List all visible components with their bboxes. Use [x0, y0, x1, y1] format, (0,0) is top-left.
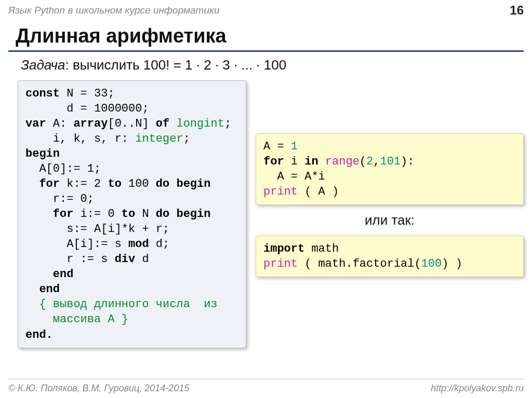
- slide-title: Длинная арифметика: [16, 25, 524, 48]
- code-token: 100: [122, 177, 156, 190]
- footer-authors: © К.Ю. Поляков, В.М. Гуровиц, 2014-2015: [8, 383, 189, 394]
- code-token: end: [25, 283, 60, 296]
- right-column: A = 1 for i in range(2,101): A = A*i pri…: [256, 80, 524, 277]
- code-token: 1: [291, 140, 298, 153]
- title-underline: [8, 50, 524, 52]
- python-code-box-2: import math print ( math.factorial(100) …: [256, 236, 524, 277]
- code-comment: { вывод длинного числа из: [25, 298, 218, 311]
- task-line: Задача: вычислить 100! = 1 · 2 · 3 · ...…: [21, 57, 524, 73]
- code-token: r:= 0;: [25, 193, 94, 205]
- code-token: array: [73, 117, 108, 130]
- code-token: var: [25, 117, 46, 130]
- code-token: do begin: [156, 177, 211, 190]
- slide-header: Язык Python в школьном курсе информатики…: [0, 0, 532, 21]
- code-token: i: [284, 155, 305, 168]
- code-token: A = A*i: [263, 170, 325, 183]
- code-token: A[0]:= 1;: [25, 162, 101, 175]
- code-token: end.: [25, 328, 53, 341]
- code-token: ( A ): [298, 185, 339, 198]
- header-subject: Язык Python в школьном курсе информатики: [8, 5, 220, 16]
- code-token: ( math.factorial(: [298, 257, 421, 270]
- code-token: for: [39, 177, 60, 190]
- or-label: или так:: [256, 212, 524, 228]
- code-comment: массива A }: [25, 313, 128, 326]
- python-code-box-1: A = 1 for i in range(2,101): A = A*i pri…: [256, 133, 524, 205]
- code-token: [25, 177, 39, 190]
- code-token: of: [156, 117, 169, 130]
- code-token: longint: [169, 117, 224, 130]
- pascal-code-box: const N = 33; d = 1000000; var A: array[…: [18, 80, 246, 348]
- code-token: A =: [263, 140, 291, 153]
- left-column: const N = 33; d = 1000000; var A: array[…: [18, 80, 246, 348]
- code-token: to: [108, 177, 121, 190]
- content-columns: const N = 33; d = 1000000; var A: array[…: [0, 80, 532, 348]
- code-token: to: [122, 208, 135, 221]
- code-token: ,: [373, 155, 380, 168]
- code-token: for: [263, 155, 284, 168]
- code-token: in: [304, 155, 318, 168]
- code-token: do begin: [156, 208, 211, 221]
- code-token: mod: [128, 238, 149, 251]
- code-token: print: [263, 257, 298, 270]
- task-text: : вычислить 100! = 1 · 2 · 3 · ... · 100: [65, 57, 286, 73]
- code-token: begin: [25, 147, 60, 160]
- code-token: i:= 0: [73, 208, 121, 221]
- code-token: A:: [46, 117, 74, 130]
- slide-footer: © К.Ю. Поляков, В.М. Гуровиц, 2014-2015 …: [8, 383, 524, 394]
- code-token: (: [360, 155, 366, 168]
- code-token: 100: [421, 257, 442, 270]
- footer-url: http://kpolyakov.spb.ru: [431, 383, 524, 394]
- code-token: integer: [135, 132, 183, 145]
- code-token: end: [25, 268, 73, 281]
- page-number: 16: [510, 3, 524, 18]
- code-token: [318, 155, 325, 168]
- footer-rule: [8, 379, 524, 379]
- code-token: ):: [401, 155, 414, 168]
- code-token: r := s: [25, 253, 115, 266]
- code-token: div: [115, 253, 136, 266]
- code-token: for: [53, 208, 74, 221]
- code-token: A[i]:= s: [25, 238, 128, 251]
- title-block: Длинная арифметика: [16, 25, 524, 48]
- task-label: Задача: [21, 57, 65, 73]
- code-token: math: [304, 242, 339, 255]
- code-token: import: [263, 242, 304, 255]
- code-token: range: [325, 155, 360, 168]
- code-token: i, k, s, r:: [25, 132, 135, 145]
- code-token: ;: [183, 132, 190, 145]
- code-token: ;: [224, 117, 231, 130]
- code-token: 2: [366, 155, 373, 168]
- code-token: d = 1000000;: [25, 102, 149, 115]
- code-token: [0..N]: [108, 117, 155, 130]
- code-token: 101: [380, 155, 401, 168]
- code-token: d;: [149, 238, 170, 251]
- code-token: N: [135, 208, 156, 221]
- code-token: ) ): [442, 257, 462, 270]
- code-token: [25, 208, 53, 221]
- code-token: const: [25, 87, 60, 100]
- code-token: s:= A[i]*k + r;: [25, 223, 169, 236]
- code-token: print: [263, 185, 298, 198]
- code-token: N = 33;: [60, 87, 115, 100]
- code-token: d: [135, 253, 149, 266]
- code-token: k:= 2: [60, 177, 108, 190]
